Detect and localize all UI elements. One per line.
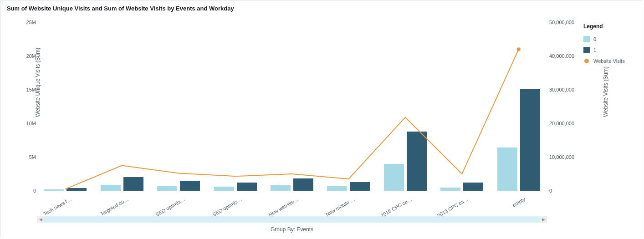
scroll-right-button[interactable]: ▶	[540, 216, 547, 223]
y-right-tick: 0	[549, 188, 576, 193]
y-right-tick: 20,000,000	[549, 121, 576, 126]
legend-swatch-1	[583, 47, 590, 53]
line-path	[65, 49, 519, 189]
legend-label-1: 1	[593, 47, 596, 53]
y-right-tick: 30,000,000	[549, 87, 576, 92]
legend: Legend 0 1 Website Visits	[583, 23, 634, 69]
chart-card: Sum of Website Unique Visits and Sum of …	[0, 0, 642, 237]
legend-title: Legend	[583, 23, 634, 30]
y-left-tick: 0	[10, 188, 36, 193]
legend-item-1[interactable]: 1	[583, 47, 634, 53]
chart-title: Sum of Website Unique Visits and Sum of …	[7, 5, 234, 12]
y-left-tick: 5M	[10, 154, 36, 160]
scroll-left-button[interactable]: ◀	[37, 216, 44, 223]
y-left-tick: 15M	[10, 87, 36, 92]
y-left-tick: 20M	[10, 53, 36, 59]
y-right-tick: 10,000,000	[549, 154, 576, 160]
y-right-tick: 50,000,000	[549, 20, 576, 25]
x-axis-superlabel: Group By: Events	[37, 226, 547, 233]
legend-item-line[interactable]: Website Visits	[583, 58, 634, 64]
y-right-tick: 40,000,000	[549, 53, 576, 59]
y-axis-right: 010,000,00020,000,00030,000,00040,000,00…	[549, 22, 577, 191]
legend-swatch-0	[583, 36, 590, 42]
legend-label-0: 0	[593, 36, 596, 42]
y-axis-left: 05M10M15M20M25M	[10, 22, 37, 191]
legend-item-0[interactable]: 0	[583, 36, 634, 42]
horizontal-scrollbar[interactable]: ◀ ▶	[37, 216, 547, 223]
scroll-track[interactable]	[44, 216, 540, 223]
y-left-tick: 10M	[10, 121, 36, 126]
line-series	[37, 22, 547, 191]
y-axis-right-label: Website Visits (Sum)	[603, 66, 609, 117]
y-left-tick: 25M	[10, 20, 36, 25]
line-endpoint	[517, 47, 521, 51]
x-axis-baseline	[37, 191, 547, 191]
legend-label-line: Website Visits	[593, 58, 625, 64]
legend-swatch-line	[584, 59, 589, 63]
